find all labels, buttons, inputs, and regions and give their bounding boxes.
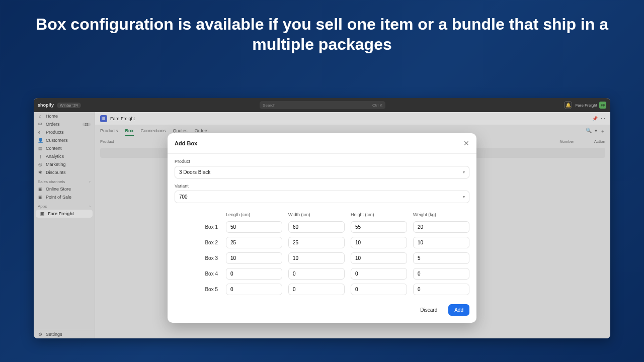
chevron-down-icon: ▾	[463, 195, 465, 199]
dimension-input[interactable]	[226, 284, 282, 295]
dimension-input[interactable]	[351, 252, 407, 264]
dimension-input[interactable]	[351, 237, 407, 248]
modal-title: Add Box	[175, 140, 197, 146]
dimension-input[interactable]	[226, 237, 282, 248]
chevron-down-icon: ▾	[463, 170, 465, 174]
box-row-label: Box 5	[175, 287, 220, 292]
dimension-input[interactable]	[288, 284, 345, 295]
column-header: Width (cm)	[288, 212, 345, 217]
dimension-input[interactable]	[226, 268, 282, 280]
dimension-input[interactable]	[351, 221, 407, 233]
product-value: 3 Doors Black	[179, 169, 210, 175]
product-select[interactable]: 3 Doors Black ▾	[175, 166, 469, 178]
dimension-input[interactable]	[351, 284, 407, 295]
discard-button[interactable]: Discard	[414, 304, 443, 316]
box-row-label: Box 1	[175, 224, 220, 230]
variant-label: Variant	[175, 184, 469, 189]
dimension-input[interactable]	[288, 268, 345, 280]
hero-headline: Box configuration is available if you se…	[0, 0, 644, 63]
dimension-input[interactable]	[226, 252, 282, 264]
add-box-modal: Add Box ✕ Product 3 Doors Black ▾ Varian…	[168, 133, 476, 323]
column-header: Height (cm)	[351, 212, 407, 217]
box-row-label: Box 4	[175, 271, 220, 277]
variant-value: 700	[179, 194, 188, 200]
dimension-input[interactable]	[288, 252, 345, 264]
column-header: Weight (kg)	[413, 212, 469, 217]
modal-overlay: Add Box ✕ Product 3 Doors Black ▾ Varian…	[34, 98, 610, 338]
product-label: Product	[175, 159, 469, 164]
variant-select[interactable]: 700 ▾	[175, 191, 469, 203]
dimension-input[interactable]	[413, 268, 469, 280]
close-icon[interactable]: ✕	[463, 139, 469, 147]
dimension-input[interactable]	[413, 237, 469, 248]
dimension-input[interactable]	[226, 221, 282, 233]
column-header: Length (cm)	[226, 212, 282, 217]
dimension-input[interactable]	[413, 252, 469, 264]
dimension-input[interactable]	[288, 237, 345, 248]
dimension-input[interactable]	[413, 284, 469, 295]
add-button[interactable]: Add	[448, 304, 469, 316]
dimension-input[interactable]	[288, 221, 345, 233]
app-shell: shopify Winter '24 Search Ctrl K 🔔 Fare …	[34, 98, 610, 338]
box-row-label: Box 2	[175, 240, 220, 245]
dimension-input[interactable]	[351, 268, 407, 280]
dimension-input[interactable]	[413, 221, 469, 233]
box-row-label: Box 3	[175, 255, 220, 261]
